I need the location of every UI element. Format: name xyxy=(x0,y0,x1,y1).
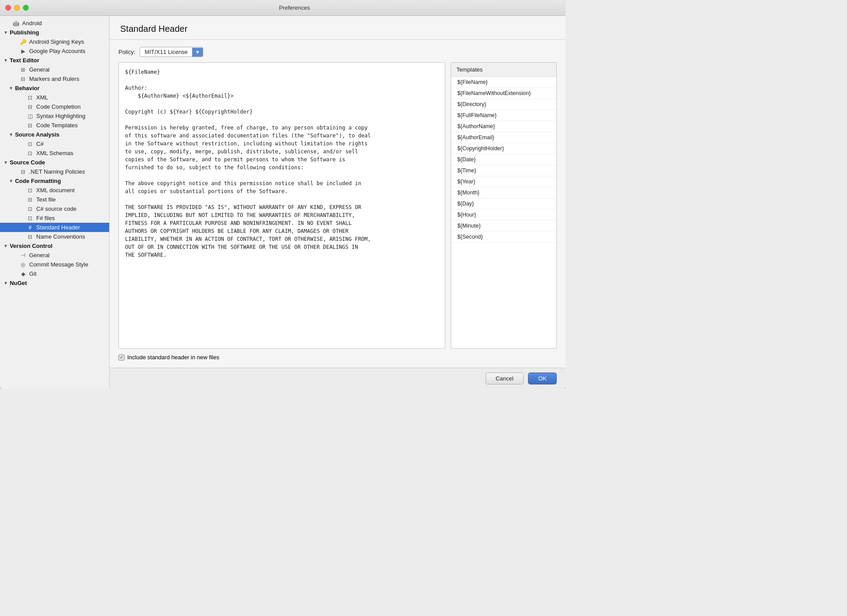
policy-label: Policy: xyxy=(118,49,135,55)
cancel-button[interactable]: Cancel xyxy=(486,373,524,384)
sidebar-section-nuget[interactable]: ▼ NuGet xyxy=(0,278,109,288)
template-item[interactable]: ${Month} xyxy=(451,187,556,198)
minimize-button[interactable] xyxy=(14,5,20,11)
policy-select[interactable]: MIT/X11 License ▼ xyxy=(140,47,203,57)
checkbox-label: Include standard header in new files xyxy=(127,354,219,361)
name-conventions-icon: ⊟ xyxy=(27,234,34,240)
sidebar-item-fsharp-files[interactable]: ⊡ F# files xyxy=(0,213,109,223)
sidebar-section-source-code-label: Source Code xyxy=(10,159,45,166)
sidebar-section-source-analysis[interactable]: ▼ Source Analysis xyxy=(0,130,109,139)
close-button[interactable] xyxy=(5,5,11,11)
template-item[interactable]: ${FileName} xyxy=(451,77,556,88)
sidebar-item-android-signing-keys[interactable]: 🔑 Android Signing Keys xyxy=(0,37,109,46)
xml-doc-icon: ⊡ xyxy=(27,187,34,194)
sidebar-item-csharp[interactable]: ⊡ C# xyxy=(0,139,109,148)
template-item[interactable]: ${AuthorEmail} xyxy=(451,132,556,143)
xml-icon: ⊡ xyxy=(27,95,34,101)
sidebar-item-commit-label: Commit Message Style xyxy=(29,261,88,268)
commit-icon: ◎ xyxy=(19,262,27,268)
template-item[interactable]: ${Date} xyxy=(451,154,556,165)
include-header-checkbox[interactable]: ✓ xyxy=(118,354,125,361)
code-templates-icon: ⊟ xyxy=(27,122,34,129)
sidebar: 🤖 Android ▼ Publishing 🔑 Android Signing… xyxy=(0,16,110,389)
sidebar-section-publishing[interactable]: ▼ Publishing xyxy=(0,28,109,37)
sidebar-item-general[interactable]: ⊞ General xyxy=(0,65,109,74)
template-item[interactable]: ${Second} xyxy=(451,232,556,243)
sidebar-item-text-file-label: Text file xyxy=(36,196,56,203)
editor-templates-row: ${FileName} Author: ${AuthorName} <${Aut… xyxy=(118,62,557,349)
standard-header-icon: # xyxy=(27,224,34,231)
sidebar-item-code-templates[interactable]: ⊟ Code Templates xyxy=(0,121,109,130)
code-completion-icon: ⊟ xyxy=(27,104,34,110)
template-item[interactable]: ${FullFileName} xyxy=(451,110,556,121)
content-header: Standard Header xyxy=(110,16,566,40)
google-play-icon: ▶ xyxy=(19,48,27,54)
template-item[interactable]: ${Directory} xyxy=(451,99,556,110)
template-item[interactable]: ${Year} xyxy=(451,176,556,187)
sidebar-item-xml-schemas[interactable]: ⊡ XML Schemas xyxy=(0,148,109,158)
sidebar-section-nuget-label: NuGet xyxy=(10,280,27,286)
text-file-icon: ⊟ xyxy=(27,197,34,203)
sidebar-item-code-completion-label: Code Completion xyxy=(36,103,80,110)
vc-general-icon: ⊣ xyxy=(19,252,27,259)
sidebar-item-commit-message[interactable]: ◎ Commit Message Style xyxy=(0,260,109,269)
traffic-lights xyxy=(5,5,29,11)
sidebar-section-vc-label: Version Control xyxy=(10,243,53,249)
sidebar-item-syntax-label: Syntax Highlighting xyxy=(36,113,85,119)
checkbox-wrap[interactable]: ✓ Include standard header in new files xyxy=(118,354,219,361)
sidebar-item-android[interactable]: 🤖 Android xyxy=(0,19,109,28)
sidebar-item-markers-rulers[interactable]: ⊟ Markers and Rulers xyxy=(0,74,109,84)
policy-dropdown-button[interactable]: ▼ xyxy=(192,48,203,57)
sidebar-item-google-play-accounts[interactable]: ▶ Google Play Accounts xyxy=(0,46,109,56)
templates-header: Templates xyxy=(451,63,556,77)
sidebar-section-text-editor[interactable]: ▼ Text Editor xyxy=(0,56,109,65)
titlebar: Preferences xyxy=(0,0,566,16)
net-naming-icon: ⊟ xyxy=(19,169,27,175)
sidebar-item-csharp-source[interactable]: ⊡ C# source code xyxy=(0,204,109,213)
behavior-chevron: ▼ xyxy=(9,86,13,91)
sidebar-item-code-templates-label: Code Templates xyxy=(36,122,78,129)
sidebar-section-publishing-label: Publishing xyxy=(10,29,39,36)
main-content: 🤖 Android ▼ Publishing 🔑 Android Signing… xyxy=(0,16,566,389)
template-item[interactable]: ${CopyrightHolder} xyxy=(451,143,556,154)
sidebar-section-version-control[interactable]: ▼ Version Control xyxy=(0,241,109,251)
markers-icon: ⊟ xyxy=(19,76,27,82)
sidebar-item-vc-general[interactable]: ⊣ General xyxy=(0,251,109,260)
ok-button[interactable]: OK xyxy=(528,373,557,384)
policy-select-value: MIT/X11 License xyxy=(140,47,192,57)
sidebar-item-git-label: Git xyxy=(29,270,37,277)
sidebar-section-source-code[interactable]: ▼ Source Code xyxy=(0,158,109,167)
template-item[interactable]: ${Day} xyxy=(451,198,556,209)
sidebar-section-behavior[interactable]: ▼ Behavior xyxy=(0,84,109,93)
maximize-button[interactable] xyxy=(23,5,29,11)
sidebar-item-standard-header[interactable]: # Standard Header xyxy=(0,223,109,232)
sidebar-item-xml[interactable]: ⊡ XML xyxy=(0,93,109,102)
template-item[interactable]: ${FileNameWithoutExtension} xyxy=(451,88,556,99)
sidebar-item-xml-document-label: XML document xyxy=(36,187,75,194)
sidebar-item-fsharp-label: F# files xyxy=(36,215,55,221)
sidebar-item-code-completion[interactable]: ⊟ Code Completion xyxy=(0,102,109,111)
sidebar-item-xml-schemas-label: XML Schemas xyxy=(36,150,73,156)
sidebar-item-git[interactable]: ◆ Git xyxy=(0,269,109,278)
template-item[interactable]: ${Hour} xyxy=(451,209,556,221)
sidebar-item-name-conventions-label: Name Conventions xyxy=(36,233,85,240)
source-code-chevron: ▼ xyxy=(4,160,8,165)
sidebar-item-android-label: Android xyxy=(22,20,42,27)
sidebar-item-text-file[interactable]: ⊟ Text file xyxy=(0,195,109,204)
sidebar-item-net-naming-label: .NET Naming Policies xyxy=(29,168,85,175)
content-body: Policy: MIT/X11 License ▼ ${FileName} Au… xyxy=(110,40,566,368)
android-icon: 🤖 xyxy=(12,20,19,27)
page-title: Standard Header xyxy=(120,24,555,34)
sidebar-item-net-naming[interactable]: ⊟ .NET Naming Policies xyxy=(0,167,109,176)
sidebar-section-code-formatting[interactable]: ▼ Code Formatting xyxy=(0,176,109,186)
editor-area[interactable]: ${FileName} Author: ${AuthorName} <${Aut… xyxy=(118,62,445,349)
xml-schemas-icon: ⊡ xyxy=(27,150,34,156)
sidebar-item-xml-document[interactable]: ⊡ XML document xyxy=(0,186,109,195)
sidebar-item-syntax-highlighting[interactable]: ◫ Syntax Highlighting xyxy=(0,111,109,121)
template-item[interactable]: ${AuthorName} xyxy=(451,121,556,132)
template-list: ${FileName}${FileNameWithoutExtension}${… xyxy=(451,77,556,243)
template-item[interactable]: ${Minute} xyxy=(451,221,556,232)
dialog-footer: Cancel OK xyxy=(110,368,566,389)
sidebar-item-name-conventions[interactable]: ⊟ Name Conventions xyxy=(0,232,109,241)
template-item[interactable]: ${Time} xyxy=(451,165,556,176)
